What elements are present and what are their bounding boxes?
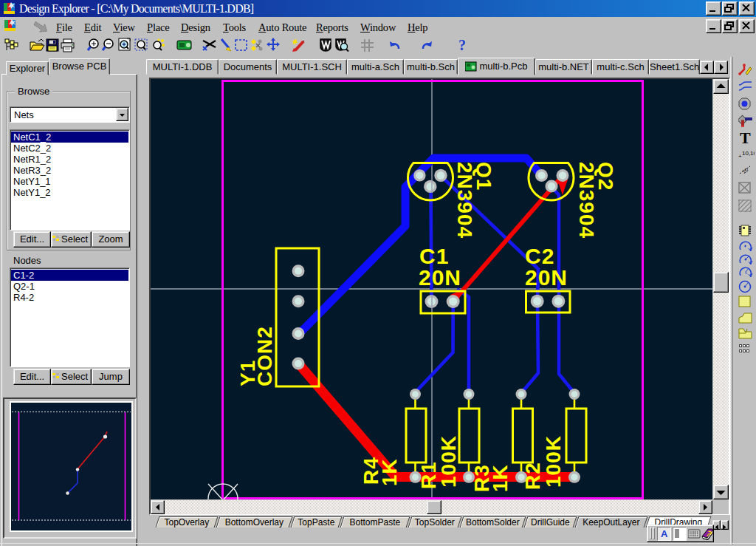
svg-text:100K: 100K: [542, 435, 565, 488]
svg-text:T: T: [740, 131, 751, 146]
svg-text:?: ?: [458, 38, 466, 53]
svg-text:100K: 100K: [437, 435, 460, 488]
svg-text:10,10: 10,10: [742, 150, 755, 157]
svg-text:2N3904: 2N3904: [575, 162, 598, 239]
svg-text:20N: 20N: [525, 265, 568, 290]
svg-text:1K: 1K: [378, 458, 401, 486]
svg-text:2N3904: 2N3904: [453, 162, 476, 239]
svg-text:1K: 1K: [489, 464, 512, 492]
svg-text:CON2: CON2: [253, 326, 276, 386]
svg-text:A: A: [661, 528, 668, 539]
svg-text:R2: R2: [521, 462, 544, 490]
svg-text:20N: 20N: [419, 265, 461, 290]
